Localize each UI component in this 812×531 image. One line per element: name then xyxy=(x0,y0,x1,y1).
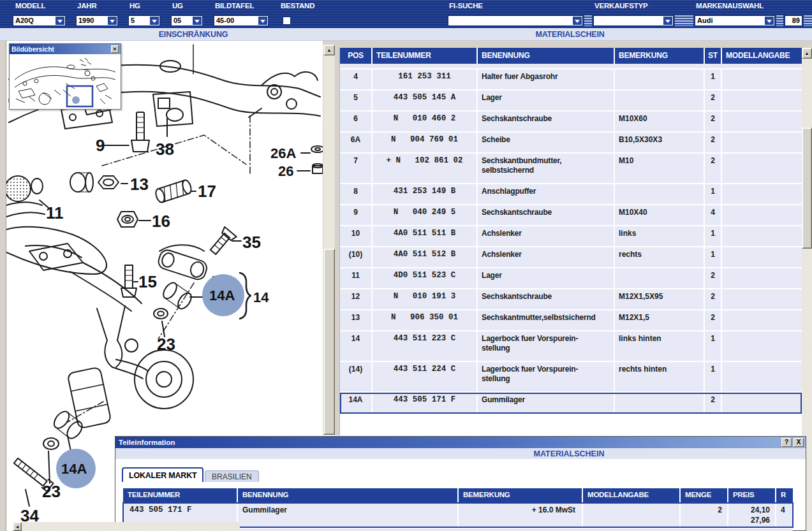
cell-bemerkung: M10 xyxy=(615,154,705,183)
bestand-checkbox[interactable] xyxy=(283,17,291,25)
table-row[interactable]: 11 4D0 511 523 C Lager 2 xyxy=(340,268,802,289)
cell-pos: (14) xyxy=(340,362,373,391)
diagram-vertical-scrollbar[interactable]: ▲ xyxy=(323,45,335,436)
dropdown-arrow-icon[interactable] xyxy=(107,16,117,25)
dropdown-arrow-icon[interactable] xyxy=(149,16,159,25)
cell-teilenummer: 443 505 145 A xyxy=(373,91,478,110)
callout-26a[interactable]: 26A xyxy=(270,145,296,161)
cell-modellangabe xyxy=(722,247,802,267)
cell-st: 1 xyxy=(705,247,722,267)
callout-17[interactable]: 17 xyxy=(198,182,216,201)
table-row[interactable]: 6 N 010 460 2 Sechskantschraube M10X60 2 xyxy=(340,112,802,133)
callout-13[interactable]: 13 xyxy=(130,175,149,194)
table-row[interactable]: 5 443 505 145 A Lager 2 xyxy=(340,91,802,112)
ug-combobox[interactable]: 05 xyxy=(171,15,203,26)
cell-benennung: Anschlagpuffer xyxy=(478,184,615,204)
table-row[interactable]: 14A 443 505 171 F Gummilager 2 xyxy=(340,393,802,414)
cell-bemerkung: M10X60 xyxy=(615,112,705,131)
dropdown-arrow-icon[interactable] xyxy=(663,16,673,25)
table-row[interactable]: 9 N 040 249 5 Sechskantschraube M10X40 4 xyxy=(340,205,802,226)
parts-table: POS TEILENUMMER BENENNUNG BEMERKUNG ST M… xyxy=(339,48,802,436)
brand-code-field[interactable]: 89 xyxy=(785,15,802,26)
table-row[interactable]: (14) 443 511 224 C Lagerbock fuer Vorspu… xyxy=(340,362,802,393)
table-row[interactable]: 10 4A0 511 511 B Achslenker links 1 xyxy=(340,226,802,247)
cell-benennung: Halter fuer Abgasrohr xyxy=(478,69,615,89)
cell-modellangabe xyxy=(722,393,802,412)
scroll-up-icon[interactable]: ▲ xyxy=(802,48,812,59)
cell-modellangabe xyxy=(722,133,802,152)
col-teilenummer: TEILENUMMER xyxy=(373,48,478,64)
bildtafel-combobox[interactable]: 45-00 xyxy=(214,15,269,26)
table-row[interactable]: 12 N 010 191 3 Sechskantschraube M12X1,5… xyxy=(340,289,802,310)
cell-benennung: Gummilager xyxy=(238,503,459,527)
cell-benennung: Lager xyxy=(478,91,615,110)
callout-15[interactable]: 15 xyxy=(138,272,157,291)
markenauswahl-combobox[interactable]: Audi xyxy=(695,15,775,26)
scrollbar-thumb[interactable] xyxy=(323,249,335,435)
callout-14a-upper[interactable]: 14A xyxy=(209,287,235,303)
dropdown-arrow-icon[interactable] xyxy=(192,16,202,25)
cell-pos: 10 xyxy=(340,226,373,246)
fi-suche-combobox[interactable] xyxy=(448,15,583,26)
callout-14[interactable]: 14 xyxy=(253,289,269,305)
cell-bemerkung: rechts hinten xyxy=(615,362,705,391)
modell-label: MODELL xyxy=(15,2,45,10)
table-row[interactable]: 14 443 511 223 C Lagerbock fuer Vorspure… xyxy=(340,331,802,362)
bilduebersicht-window[interactable]: Bildübersicht × xyxy=(9,43,121,110)
hg-combobox[interactable]: 5 xyxy=(128,15,160,26)
close-icon[interactable]: × xyxy=(111,45,119,53)
bilduebersicht-titlebar[interactable]: Bildübersicht × xyxy=(10,44,121,54)
cell-teilenummer: 4D0 511 523 C xyxy=(373,268,478,288)
table-row[interactable]: (10) 4A0 511 512 B Achslenker rechts 1 xyxy=(340,247,802,268)
tab-brasilien[interactable]: BRASILIEN xyxy=(205,470,259,482)
cell-bemerkung: M12X1,5 xyxy=(615,310,705,330)
dropdown-arrow-icon[interactable] xyxy=(764,16,774,25)
cell-teilenummer: N 010 191 3 xyxy=(373,289,478,309)
table-row[interactable]: 13 N 906 350 01 Sechskantmutter,selbstsi… xyxy=(340,310,802,331)
callout-26[interactable]: 26 xyxy=(278,163,293,179)
cell-teilenummer: 4A0 511 511 B xyxy=(373,226,478,246)
verkaufstyp-combobox[interactable] xyxy=(593,15,674,26)
callout-23-lower[interactable]: 23 xyxy=(42,482,61,501)
callout-23-upper[interactable]: 23 xyxy=(157,335,175,354)
dialog-banner: MATERIALSCHEIN xyxy=(115,448,806,459)
close-icon[interactable]: X xyxy=(794,438,804,447)
filter-toolbar: MODELL JAHR HG UG BILDTAFEL BESTAND FI-S… xyxy=(0,0,812,28)
col-pos: POS xyxy=(340,48,373,64)
col-modellangabe: MODELLANGABE xyxy=(583,488,681,503)
scroll-up-icon[interactable]: ▲ xyxy=(323,45,335,55)
tab-lokaler-markt[interactable]: LOKALER MARKT xyxy=(122,467,203,482)
scrollbar-thumb[interactable] xyxy=(802,127,812,249)
callout-9[interactable]: 9 xyxy=(96,136,105,155)
callout-35[interactable]: 35 xyxy=(242,233,261,252)
cell-st: 2 xyxy=(705,133,722,152)
modell-combobox[interactable]: A20Q xyxy=(13,15,66,26)
cell-modellangabe xyxy=(722,154,802,183)
col-r: R xyxy=(776,488,793,503)
table-row[interactable]: 6A N 904 769 01 Scheibe B10,5X30X3 2 xyxy=(340,133,802,154)
table-row[interactable]: 4 161 253 311 Halter fuer Abgasrohr 1 xyxy=(340,69,802,91)
table-row[interactable]: 8 431 253 149 B Anschlagpuffer 1 xyxy=(340,184,802,205)
cell-benennung: Sechskantschraube xyxy=(478,289,615,309)
callout-16[interactable]: 16 xyxy=(152,212,170,231)
dropdown-arrow-icon[interactable] xyxy=(572,16,582,25)
help-icon[interactable]: ? xyxy=(781,438,792,447)
col-teilenummer: TEILENUMMER xyxy=(123,488,238,503)
callout-14a-lower[interactable]: 14A xyxy=(61,461,87,477)
callout-11[interactable]: 11 xyxy=(46,203,64,222)
cell-st: 1 xyxy=(705,331,722,361)
dropdown-arrow-icon[interactable] xyxy=(55,16,65,25)
teileinformation-dialog[interactable]: Teileinformation ? X MATERIALSCHEIN LOKA… xyxy=(115,436,806,531)
cell-bemerkung: M10X40 xyxy=(615,205,705,225)
jahr-label: JAHR xyxy=(77,2,97,10)
table-row[interactable]: 7 + N 102 861 02 Sechskantbundmutter, se… xyxy=(340,154,802,184)
dialog-titlebar[interactable]: Teileinformation ? X xyxy=(115,437,806,448)
markenauswahl-label: MARKENAUSWAHL xyxy=(696,2,764,10)
jahr-combobox[interactable]: 1990 xyxy=(76,15,118,26)
diagram-horizontal-scrollbar[interactable]: ◄ xyxy=(13,522,240,531)
dropdown-arrow-icon[interactable] xyxy=(258,16,268,25)
cell-pos: 11 xyxy=(340,268,373,288)
cell-benennung: Gummilager xyxy=(478,393,615,412)
scroll-left-icon[interactable]: ◄ xyxy=(13,522,22,531)
callout-38[interactable]: 38 xyxy=(156,140,174,159)
